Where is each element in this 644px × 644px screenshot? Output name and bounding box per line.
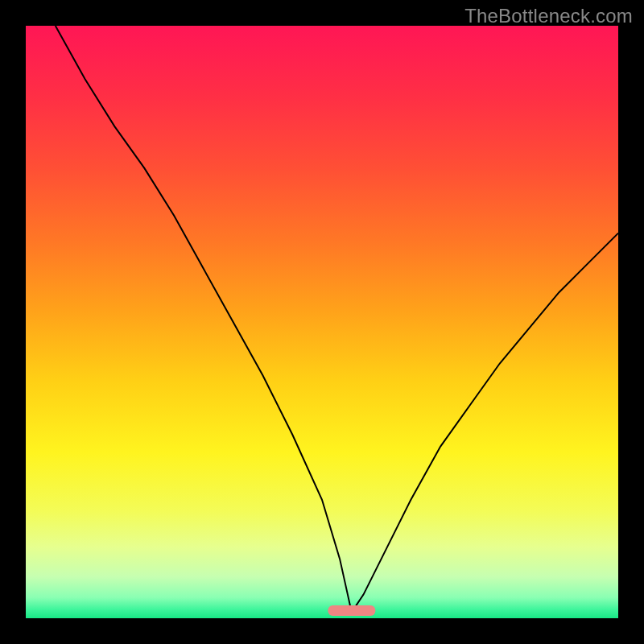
bottleneck-chart	[0, 0, 644, 644]
optimal-range-bar	[328, 605, 375, 616]
watermark-text: TheBottleneck.com	[464, 5, 633, 27]
chart-frame: TheBottleneck.com	[0, 0, 644, 644]
gradient-background	[26, 26, 618, 618]
